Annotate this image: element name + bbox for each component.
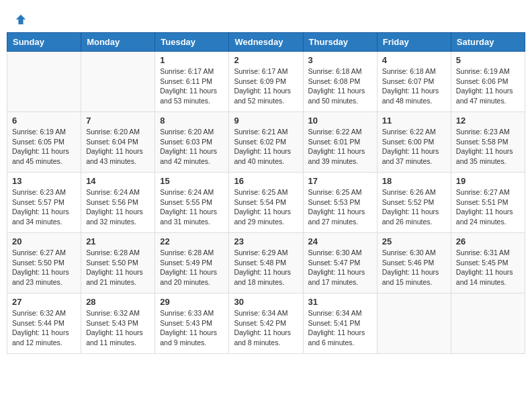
day-number: 2 (234, 55, 298, 65)
day-info: Sunrise: 6:34 AM Sunset: 5:41 PM Dayligh… (308, 308, 372, 348)
calendar-cell: 10Sunrise: 6:22 AM Sunset: 6:01 PM Dayli… (303, 112, 377, 173)
day-info: Sunrise: 6:33 AM Sunset: 5:43 PM Dayligh… (160, 308, 224, 348)
svg-marker-0 (16, 15, 26, 24)
day-number: 29 (160, 297, 224, 307)
day-number: 13 (12, 176, 76, 186)
day-info: Sunrise: 6:17 AM Sunset: 6:11 PM Dayligh… (160, 66, 224, 106)
day-number: 30 (234, 297, 298, 307)
calendar-cell: 5Sunrise: 6:19 AM Sunset: 6:06 PM Daylig… (451, 52, 525, 112)
day-number: 20 (12, 236, 76, 246)
calendar-cell: 22Sunrise: 6:28 AM Sunset: 5:49 PM Dayli… (155, 233, 229, 293)
day-info: Sunrise: 6:31 AM Sunset: 5:45 PM Dayligh… (456, 248, 520, 287)
calendar-cell: 9Sunrise: 6:21 AM Sunset: 6:02 PM Daylig… (229, 112, 303, 173)
weekday-header-monday: Monday (81, 33, 155, 52)
day-number: 25 (382, 236, 446, 246)
calendar-week-row: 1Sunrise: 6:17 AM Sunset: 6:11 PM Daylig… (7, 52, 525, 112)
day-number: 23 (234, 236, 298, 246)
day-number: 28 (86, 297, 150, 307)
calendar-cell (451, 293, 525, 354)
calendar-cell: 3Sunrise: 6:18 AM Sunset: 6:08 PM Daylig… (303, 52, 377, 112)
weekday-header-friday: Friday (377, 33, 451, 52)
day-number: 17 (308, 176, 372, 186)
logo (13, 13, 27, 26)
day-info: Sunrise: 6:23 AM Sunset: 5:57 PM Dayligh… (12, 187, 76, 227)
day-info: Sunrise: 6:30 AM Sunset: 5:46 PM Dayligh… (382, 248, 446, 287)
day-number: 7 (86, 116, 150, 126)
day-info: Sunrise: 6:19 AM Sunset: 6:05 PM Dayligh… (12, 127, 76, 167)
calendar-cell: 27Sunrise: 6:32 AM Sunset: 5:44 PM Dayli… (7, 293, 81, 354)
day-info: Sunrise: 6:17 AM Sunset: 6:09 PM Dayligh… (234, 66, 298, 106)
calendar-table: SundayMondayTuesdayWednesdayThursdayFrid… (7, 32, 525, 354)
day-number: 10 (308, 116, 372, 126)
weekday-header-thursday: Thursday (303, 33, 377, 52)
day-info: Sunrise: 6:27 AM Sunset: 5:50 PM Dayligh… (12, 248, 76, 287)
weekday-header-wednesday: Wednesday (229, 33, 303, 52)
calendar-cell: 26Sunrise: 6:31 AM Sunset: 5:45 PM Dayli… (451, 233, 525, 293)
day-info: Sunrise: 6:18 AM Sunset: 6:07 PM Dayligh… (382, 66, 446, 106)
day-info: Sunrise: 6:18 AM Sunset: 6:08 PM Dayligh… (308, 66, 372, 106)
calendar-cell: 6Sunrise: 6:19 AM Sunset: 6:05 PM Daylig… (7, 112, 81, 173)
day-number: 14 (86, 176, 150, 186)
calendar-cell: 17Sunrise: 6:25 AM Sunset: 5:53 PM Dayli… (303, 173, 377, 233)
calendar-week-row: 20Sunrise: 6:27 AM Sunset: 5:50 PM Dayli… (7, 233, 525, 293)
day-info: Sunrise: 6:28 AM Sunset: 5:50 PM Dayligh… (86, 248, 150, 287)
calendar-cell: 7Sunrise: 6:20 AM Sunset: 6:04 PM Daylig… (81, 112, 155, 173)
calendar-cell: 15Sunrise: 6:24 AM Sunset: 5:55 PM Dayli… (155, 173, 229, 233)
day-info: Sunrise: 6:28 AM Sunset: 5:49 PM Dayligh… (160, 248, 224, 287)
calendar-cell: 31Sunrise: 6:34 AM Sunset: 5:41 PM Dayli… (303, 293, 377, 354)
calendar-week-row: 13Sunrise: 6:23 AM Sunset: 5:57 PM Dayli… (7, 173, 525, 233)
day-number: 6 (12, 116, 76, 126)
day-info: Sunrise: 6:29 AM Sunset: 5:48 PM Dayligh… (234, 248, 298, 287)
weekday-header-sunday: Sunday (7, 33, 81, 52)
day-info: Sunrise: 6:21 AM Sunset: 6:02 PM Dayligh… (234, 127, 298, 167)
day-info: Sunrise: 6:30 AM Sunset: 5:47 PM Dayligh… (308, 248, 372, 287)
day-number: 22 (160, 236, 224, 246)
calendar-cell (377, 293, 451, 354)
logo-icon (15, 13, 27, 26)
day-info: Sunrise: 6:32 AM Sunset: 5:44 PM Dayligh… (12, 308, 76, 348)
calendar-week-row: 6Sunrise: 6:19 AM Sunset: 6:05 PM Daylig… (7, 112, 525, 173)
day-info: Sunrise: 6:20 AM Sunset: 6:04 PM Dayligh… (86, 127, 150, 167)
day-number: 5 (456, 55, 520, 65)
calendar-cell: 2Sunrise: 6:17 AM Sunset: 6:09 PM Daylig… (229, 52, 303, 112)
day-number: 15 (160, 176, 224, 186)
day-info: Sunrise: 6:32 AM Sunset: 5:43 PM Dayligh… (86, 308, 150, 348)
calendar-cell: 24Sunrise: 6:30 AM Sunset: 5:47 PM Dayli… (303, 233, 377, 293)
day-info: Sunrise: 6:22 AM Sunset: 6:00 PM Dayligh… (382, 127, 446, 167)
day-number: 18 (382, 176, 446, 186)
day-number: 3 (308, 55, 372, 65)
calendar-week-row: 27Sunrise: 6:32 AM Sunset: 5:44 PM Dayli… (7, 293, 525, 354)
calendar-cell: 30Sunrise: 6:34 AM Sunset: 5:42 PM Dayli… (229, 293, 303, 354)
calendar-cell: 28Sunrise: 6:32 AM Sunset: 5:43 PM Dayli… (81, 293, 155, 354)
day-info: Sunrise: 6:25 AM Sunset: 5:54 PM Dayligh… (234, 187, 298, 227)
day-info: Sunrise: 6:19 AM Sunset: 6:06 PM Dayligh… (456, 66, 520, 106)
calendar-cell: 4Sunrise: 6:18 AM Sunset: 6:07 PM Daylig… (377, 52, 451, 112)
day-number: 1 (160, 55, 224, 65)
calendar-cell: 25Sunrise: 6:30 AM Sunset: 5:46 PM Dayli… (377, 233, 451, 293)
day-info: Sunrise: 6:24 AM Sunset: 5:55 PM Dayligh… (160, 187, 224, 227)
weekday-header-saturday: Saturday (451, 33, 525, 52)
calendar-cell (7, 52, 81, 112)
day-info: Sunrise: 6:24 AM Sunset: 5:56 PM Dayligh… (86, 187, 150, 227)
day-number: 19 (456, 176, 520, 186)
calendar-cell: 13Sunrise: 6:23 AM Sunset: 5:57 PM Dayli… (7, 173, 81, 233)
calendar-cell: 12Sunrise: 6:23 AM Sunset: 5:58 PM Dayli… (451, 112, 525, 173)
day-info: Sunrise: 6:20 AM Sunset: 6:03 PM Dayligh… (160, 127, 224, 167)
calendar-header-row: SundayMondayTuesdayWednesdayThursdayFrid… (7, 33, 525, 52)
calendar-cell (81, 52, 155, 112)
day-info: Sunrise: 6:26 AM Sunset: 5:52 PM Dayligh… (382, 187, 446, 227)
day-number: 9 (234, 116, 298, 126)
calendar-cell: 20Sunrise: 6:27 AM Sunset: 5:50 PM Dayli… (7, 233, 81, 293)
day-number: 31 (308, 297, 372, 307)
day-info: Sunrise: 6:25 AM Sunset: 5:53 PM Dayligh… (308, 187, 372, 227)
day-info: Sunrise: 6:27 AM Sunset: 5:51 PM Dayligh… (456, 187, 520, 227)
day-number: 24 (308, 236, 372, 246)
day-number: 21 (86, 236, 150, 246)
day-number: 8 (160, 116, 224, 126)
day-info: Sunrise: 6:23 AM Sunset: 5:58 PM Dayligh… (456, 127, 520, 167)
calendar-cell: 21Sunrise: 6:28 AM Sunset: 5:50 PM Dayli… (81, 233, 155, 293)
day-number: 26 (456, 236, 520, 246)
calendar-cell: 8Sunrise: 6:20 AM Sunset: 6:03 PM Daylig… (155, 112, 229, 173)
calendar-cell: 19Sunrise: 6:27 AM Sunset: 5:51 PM Dayli… (451, 173, 525, 233)
calendar-cell: 29Sunrise: 6:33 AM Sunset: 5:43 PM Dayli… (155, 293, 229, 354)
